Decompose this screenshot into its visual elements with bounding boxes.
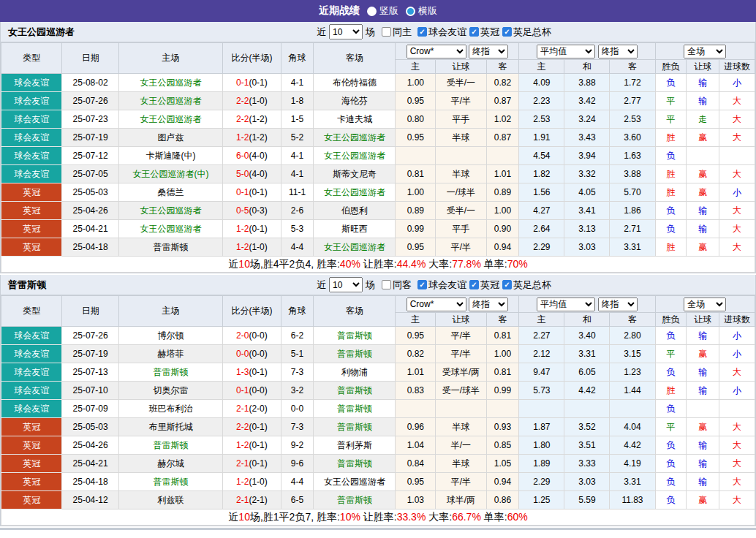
checkbox-checked-icon[interactable]: ✓ [469, 27, 479, 37]
away-team[interactable]: 普雷斯顿 [314, 455, 396, 473]
layout-radio-vertical[interactable]: 竖版 [367, 4, 398, 18]
away-team[interactable]: 斯蒂文尼奇 [314, 165, 396, 183]
league-filter[interactable]: ✓英足总杯 [502, 279, 551, 292]
away-team[interactable]: 女王公园巡游者 [314, 147, 396, 165]
league-filter[interactable]: ✓球会友谊 [417, 26, 466, 39]
checkbox-checked-icon[interactable]: ✓ [417, 280, 427, 289]
home-team[interactable]: 赫塔菲 [118, 345, 222, 363]
home-team[interactable]: 布里斯托城 [118, 418, 222, 436]
away-team[interactable]: 女王公园巡游者 [314, 183, 396, 202]
checkbox-checked-icon[interactable]: ✓ [417, 27, 427, 37]
full-match-group-header: 全场 [655, 43, 755, 60]
away-team[interactable]: 海伦芬 [314, 92, 396, 110]
result-handicap: 赢 [687, 165, 719, 183]
checkbox-checked-icon[interactable]: ✓ [502, 280, 512, 289]
score-cell: 1-2(1-0) [223, 473, 281, 491]
league-filter[interactable]: ✓英冠 [469, 279, 499, 292]
home-team[interactable]: 女王公园巡游者 [118, 220, 222, 238]
away-team[interactable]: 普利茅斯 [314, 436, 396, 455]
bookmaker-select[interactable]: Crow* [407, 298, 466, 311]
final-odds-select[interactable]: 终指 [469, 298, 508, 311]
final-odds-select[interactable]: 终指 [469, 45, 508, 58]
away-team[interactable]: 女王公园巡游者 [314, 238, 396, 257]
layout-radio-horizontal[interactable]: 横版 [406, 4, 437, 18]
match-date: 25-07-19 [62, 129, 118, 147]
away-team[interactable]: 利物浦 [314, 363, 396, 382]
average-odds-select[interactable]: 平均值 [537, 298, 595, 311]
away-team[interactable]: 普雷斯顿 [314, 345, 396, 363]
odds-home: 0.84 [396, 455, 436, 473]
sub-header-avg-away: 客 [610, 313, 655, 327]
radio-checked-icon[interactable] [406, 7, 415, 16]
away-team[interactable]: 普雷斯顿 [314, 382, 396, 400]
home-team[interactable]: 班巴布利治 [118, 400, 222, 418]
final-odds-select-2[interactable]: 终指 [598, 45, 638, 58]
radio-vertical-label: 竖版 [379, 4, 398, 18]
away-team[interactable]: 普雷斯顿 [314, 491, 396, 509]
away-team[interactable]: 斯旺西 [314, 220, 396, 238]
radio-unchecked-icon[interactable] [367, 7, 377, 16]
home-team[interactable]: 桑德兰 [118, 183, 222, 202]
match-date: 25-07-26 [62, 92, 118, 110]
home-team[interactable]: 普雷斯顿 [118, 473, 222, 491]
league-filters: ✓球会友谊✓英冠✓英足总杯 [415, 279, 551, 292]
match-date: 25-07-10 [62, 382, 118, 400]
same-venue-filter[interactable]: 同客 [382, 279, 412, 292]
league-filter[interactable]: ✓球会友谊 [417, 279, 466, 292]
home-team[interactable]: 利兹联 [118, 491, 222, 509]
col-header-date: 日期 [62, 296, 118, 327]
same-venue-filter[interactable]: 同主 [382, 26, 412, 39]
odds-home: 1.00 [396, 74, 436, 92]
league-badge: 球会友谊 [1, 147, 62, 165]
home-team[interactable]: 女王公园巡游者 [118, 202, 222, 220]
home-team[interactable]: 女王公园巡游者 [118, 92, 222, 110]
odds-away: 1.01 [486, 165, 519, 183]
final-odds-select-2[interactable]: 终指 [598, 298, 638, 311]
match-row: 球会友谊 25-08-02 女王公园巡游者 0-1(0-1) 4-1 布伦特福德… [1, 74, 755, 92]
bookmaker-select[interactable]: Crow* [407, 45, 466, 58]
home-team[interactable]: 切奥尔雷 [118, 382, 222, 400]
result-wdl: 负 [655, 436, 687, 455]
result-goals [719, 147, 755, 165]
away-team[interactable]: 女王公园巡游者 [314, 473, 396, 491]
league-filter[interactable]: ✓英冠 [469, 26, 499, 39]
league-filter[interactable]: ✓英足总杯 [502, 26, 551, 39]
checkbox-unchecked-icon[interactable] [382, 27, 391, 37]
match-count-select[interactable]: 10 [329, 24, 363, 39]
corner-score: 2-6 [281, 202, 314, 220]
home-team[interactable]: 普雷斯顿 [118, 436, 222, 455]
away-team[interactable]: 伯恩利 [314, 202, 396, 220]
checkbox-unchecked-icon[interactable] [382, 280, 391, 289]
away-team[interactable]: 普雷斯顿 [314, 400, 396, 418]
checkbox-checked-icon[interactable]: ✓ [502, 27, 512, 37]
home-team[interactable]: 博尔顿 [118, 327, 222, 345]
checkbox-checked-icon[interactable]: ✓ [469, 280, 479, 289]
odds-handicap-line: 半球 [436, 418, 486, 436]
avg-draw: 3.33 [564, 455, 610, 473]
league-badge: 球会友谊 [1, 400, 62, 418]
away-team[interactable]: 卡迪夫城 [314, 110, 396, 129]
avg-home: 2.12 [519, 345, 564, 363]
avg-away: 1.72 [610, 74, 655, 92]
home-team[interactable]: 普雷斯顿 [118, 238, 222, 257]
result-handicap: 输 [687, 473, 719, 491]
home-team[interactable]: 女王公园巡游者 [118, 74, 222, 92]
match-count-select[interactable]: 10 [329, 277, 363, 292]
home-team[interactable]: 女王公园巡游者(中) [118, 165, 222, 183]
match-row: 英冠 25-04-12 利兹联 2-1(2-1) 6-5 普雷斯顿 1.03 球… [1, 491, 755, 509]
average-odds-select[interactable]: 平均值 [537, 45, 595, 58]
avg-away: 1.86 [610, 202, 655, 220]
home-team[interactable]: 普雷斯顿 [118, 363, 222, 382]
away-team[interactable]: 普雷斯顿 [314, 418, 396, 436]
full-match-select[interactable]: 全场 [684, 45, 726, 58]
away-team[interactable]: 女王公园巡游者 [314, 129, 396, 147]
match-row: 球会友谊 25-07-19 赫塔菲 0-0(0-0) 5-1 普雷斯顿 0.82… [1, 345, 755, 363]
away-team[interactable]: 普雷斯顿 [314, 327, 396, 345]
home-team[interactable]: 图卢兹 [118, 129, 222, 147]
away-team[interactable]: 布伦特福德 [314, 74, 396, 92]
home-team[interactable]: 卡斯迪隆(中) [118, 147, 222, 165]
home-team[interactable]: 女王公园巡游者 [118, 110, 222, 129]
full-match-select[interactable]: 全场 [684, 298, 726, 311]
home-team[interactable]: 赫尔城 [118, 455, 222, 473]
filter-controls: 近 10 场 同主 ✓球会友谊✓英冠✓英足总杯 [317, 22, 551, 42]
